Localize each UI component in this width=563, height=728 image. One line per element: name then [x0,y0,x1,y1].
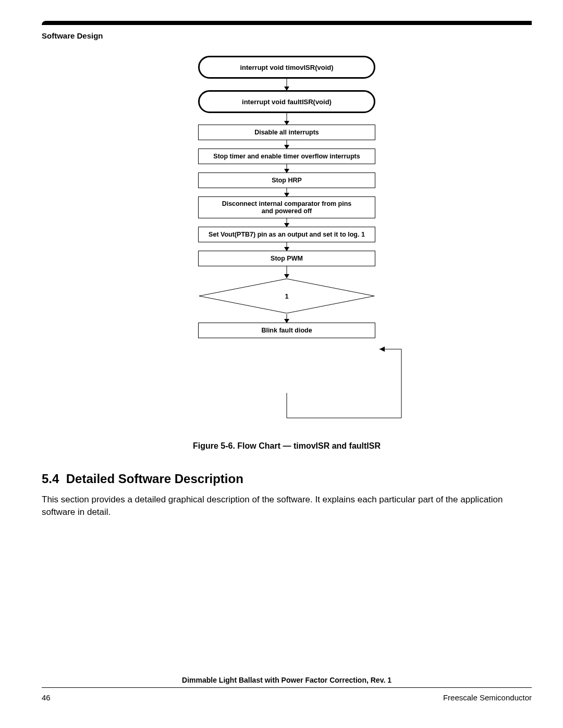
svg-marker-5 [380,347,385,352]
footer-rule [42,687,532,688]
process-label: Stop HRP [272,177,302,184]
running-header: Software Design [42,31,532,40]
process-stop-hrp: Stop HRP [198,172,375,188]
footer-doc-title: Dimmable Light Ballast with Power Factor… [42,676,532,684]
terminal-label: interrupt void faultISR(void) [242,98,332,106]
process-set-vout: Set Vout(PTB7) pin as an output and set … [198,227,375,242]
section-body: This section provides a detailed graphic… [42,493,532,519]
process-label: Stop timer and enable timer overflow int… [213,153,360,160]
process-label: Set Vout(PTB7) pin as an output and set … [209,231,365,238]
decision-label: 1 [285,292,288,300]
header-rule [42,21,532,25]
process-blink-fault: Blink fault diode [198,323,375,338]
process-label: and powered off [222,207,352,215]
page-number: 46 [42,693,51,702]
footer-company: Freescale Semiconductor [443,693,532,702]
page-footer: Dimmable Light Ballast with Power Factor… [42,676,532,702]
figure-caption: Figure 5-6. Flow Chart — timovISR and fa… [42,441,532,451]
process-label: Blink fault diode [261,327,312,334]
section-heading: 5.4 Detailed Software Description [42,472,532,486]
process-label: Disconnect internal comparator from pins [222,200,352,207]
process-label: Disable all interrupts [254,129,319,136]
process-stop-pwm: Stop PWM [198,251,375,266]
process-disable-interrupts: Disable all interrupts [198,125,375,140]
terminal-timovISR: interrupt void timovISR(void) [198,56,375,79]
decision-loop: 1 [198,278,375,314]
terminal-label: interrupt void timovISR(void) [240,64,333,71]
process-disconnect-comparator: Disconnect internal comparator from pins… [198,196,375,218]
terminal-faultISR: interrupt void faultISR(void) [198,90,375,113]
flowchart: interrupt void timovISR(void) interrupt … [120,56,454,436]
process-stop-timer: Stop timer and enable timer overflow int… [198,149,375,164]
section-number: 5.4 [42,472,59,486]
process-label: Stop PWM [271,255,303,262]
section-title-text: Detailed Software Description [66,472,243,486]
